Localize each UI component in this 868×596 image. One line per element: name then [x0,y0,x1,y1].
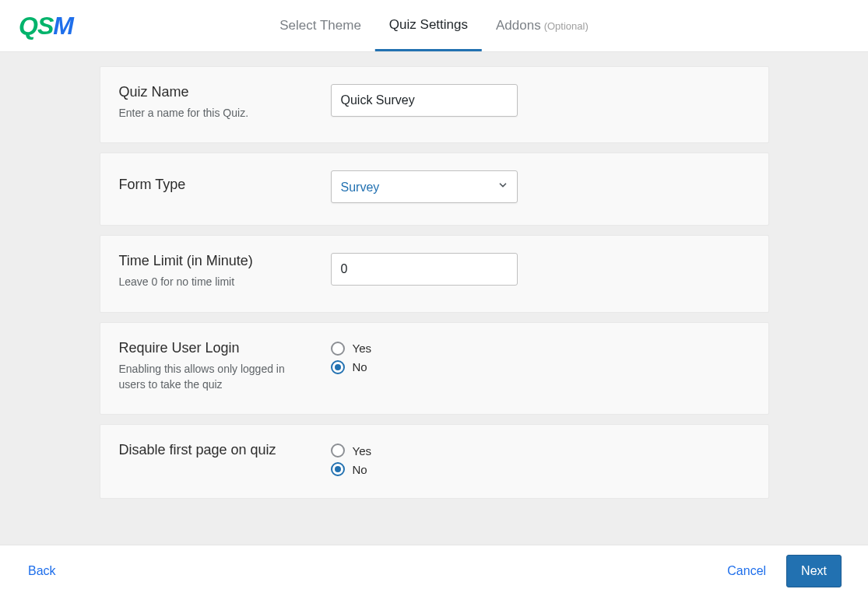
label-quiz-name: Quiz Name [119,84,331,100]
desc-time-limit: Leave 0 for no time limit [119,274,298,289]
radio-icon [331,360,345,374]
require-login-yes[interactable]: Yes [331,342,750,356]
disable-first-page-no[interactable]: No [331,462,750,476]
content: Quiz Name Enter a name for this Quiz. Fo… [0,52,868,596]
radio-label: No [353,463,367,476]
desc-quiz-name: Enter a name for this Quiz. [119,105,298,121]
require-login-no[interactable]: No [331,360,750,374]
tab-quiz-settings[interactable]: Quiz Settings [375,0,482,51]
cancel-button[interactable]: Cancel [727,564,766,578]
panel-quiz-name: Quiz Name Enter a name for this Quiz. [100,66,769,143]
radio-icon [331,342,345,356]
logo: QSM [19,12,73,40]
label-require-login: Require User Login [119,340,331,356]
next-button[interactable]: Next [786,555,842,587]
radio-icon [331,443,345,458]
radio-label: Yes [353,342,371,355]
disable-first-page-yes[interactable]: Yes [331,443,750,458]
tab-optional-badge: (Optional) [544,20,589,32]
desc-require-login: Enabling this allows only logged in user… [119,361,298,393]
panel-require-login: Require User Login Enabling this allows … [100,322,769,415]
back-button[interactable]: Back [28,564,56,578]
radio-label: Yes [353,444,371,458]
tab-select-theme[interactable]: Select Theme [265,0,375,51]
quiz-name-input[interactable] [331,84,518,117]
tab-label: Addons [496,18,541,33]
topbar: QSM Select Theme Quiz Settings Addons (O… [0,0,868,52]
time-limit-input[interactable] [331,253,518,286]
tab-label: Quiz Settings [389,17,468,33]
wizard-nav: Select Theme Quiz Settings Addons (Optio… [265,0,602,51]
disable-first-page-radio-group: Yes No [331,442,750,476]
radio-label: No [353,360,367,373]
label-time-limit: Time Limit (in Minute) [119,253,331,269]
footer: Back Cancel Next [0,545,868,596]
label-disable-first-page: Disable first page on quiz [119,442,331,458]
form-type-select-wrap: Survey [331,170,518,203]
radio-icon [331,462,345,476]
tab-addons[interactable]: Addons (Optional) [482,0,603,51]
panel-time-limit: Time Limit (in Minute) Leave 0 for no ti… [100,235,769,312]
label-form-type: Form Type [119,177,331,193]
tab-label: Select Theme [279,18,361,33]
panel-form-type: Form Type Survey [100,153,769,226]
form-type-select[interactable]: Survey [331,170,518,203]
require-login-radio-group: Yes No [331,340,750,374]
panel-disable-first-page: Disable first page on quiz Yes No [100,424,769,499]
